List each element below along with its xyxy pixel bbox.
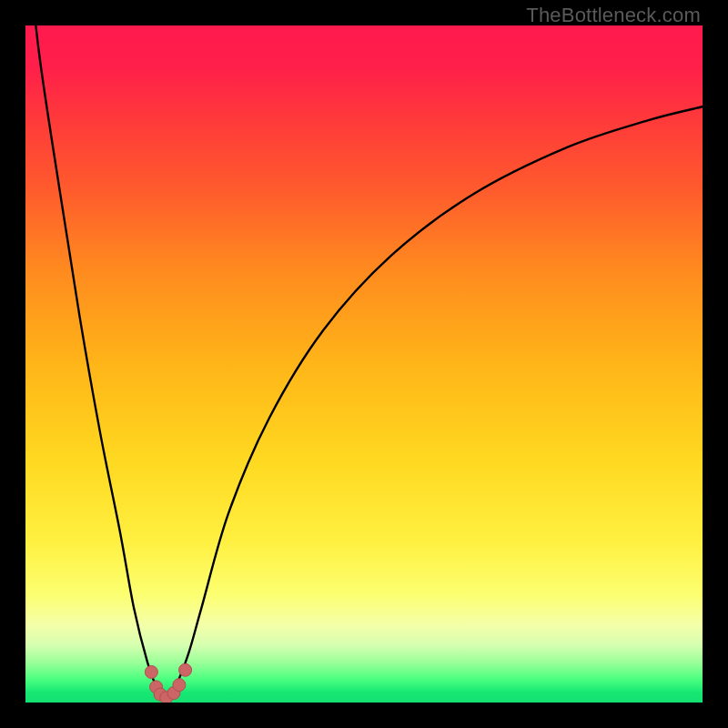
datapoints [145,663,191,703]
datapoint [145,666,157,679]
curve-layer [25,25,703,703]
datapoint [179,663,192,676]
chart-frame [25,25,703,703]
datapoint [173,679,186,692]
watermark-text: TheBottleneck.com [526,4,701,27]
bottleneck-curve [25,25,703,699]
plot-area [25,25,703,703]
